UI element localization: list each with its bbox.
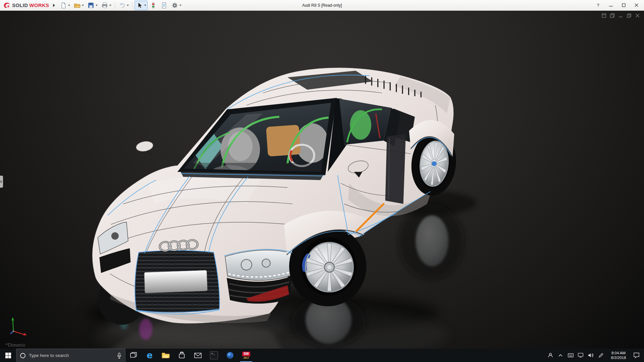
taskbar-app-edge[interactable]: e <box>142 349 158 362</box>
undo-icon <box>118 2 126 9</box>
dropdown-chevron-icon[interactable] <box>179 5 181 6</box>
tray-pen-button[interactable] <box>596 349 606 362</box>
options-button[interactable] <box>170 1 183 10</box>
rebuild-button[interactable] <box>148 1 158 10</box>
dropdown-chevron-icon[interactable] <box>109 5 111 6</box>
task-view-icon <box>130 352 137 359</box>
taskbar-app-blue[interactable] <box>222 349 238 362</box>
file-properties-button[interactable] <box>159 1 169 10</box>
select-tool-button[interactable] <box>135 1 148 10</box>
taskbar-app-store[interactable] <box>174 349 190 362</box>
tray-people-button[interactable] <box>545 349 555 362</box>
new-window-icon[interactable] <box>601 13 606 18</box>
graphics-viewport[interactable]: *Dimetric <box>0 11 644 349</box>
tray-overflow-button[interactable] <box>555 349 566 362</box>
taskbar-app-terminal[interactable]: >_ <box>206 349 222 362</box>
system-tray: 8:04 AM 8/2/2018 <box>545 349 644 362</box>
touch-keyboard-icon <box>568 353 574 357</box>
undo-button[interactable] <box>117 1 130 10</box>
search-input[interactable] <box>29 353 114 358</box>
start-button[interactable] <box>0 349 16 362</box>
action-center-icon <box>634 353 639 358</box>
volume-icon <box>588 353 593 358</box>
window-controls: ? <box>592 1 644 10</box>
maximize-button[interactable] <box>617 1 630 10</box>
doc-close-icon[interactable] <box>635 13 640 18</box>
tray-keyboard-button[interactable] <box>566 349 576 362</box>
open-button[interactable] <box>72 1 85 10</box>
tray-volume-button[interactable] <box>586 349 596 362</box>
edge-icon: e <box>147 350 153 360</box>
microphone-icon[interactable] <box>117 353 122 359</box>
3d-model-audi-r8[interactable] <box>0 11 644 349</box>
dassault-logo-icon <box>3 2 11 9</box>
maximize-icon <box>622 3 626 7</box>
new-document-icon <box>60 2 67 9</box>
help-button[interactable]: ? <box>592 1 604 10</box>
menu-expand-arrow[interactable] <box>53 4 55 7</box>
save-button[interactable] <box>86 1 99 10</box>
action-center-button[interactable] <box>631 349 641 362</box>
new-document-button[interactable] <box>58 1 71 10</box>
blue-app-icon <box>226 351 234 359</box>
document-window-controls <box>601 13 640 18</box>
chevron-up-icon <box>558 354 562 357</box>
dropdown-chevron-icon[interactable] <box>127 5 129 6</box>
brand-text-solid: SOLID <box>12 2 28 8</box>
doc-minimize-icon[interactable] <box>618 13 623 18</box>
pen-icon <box>598 353 603 358</box>
print-button[interactable] <box>100 1 113 10</box>
dropdown-chevron-icon[interactable] <box>144 5 146 6</box>
options-gear-icon <box>171 2 178 9</box>
terminal-icon: >_ <box>210 351 218 359</box>
clock-date: 8/2/2018 <box>606 355 631 360</box>
close-button[interactable] <box>630 1 643 10</box>
cortana-icon <box>20 353 26 359</box>
doc-restore-icon[interactable] <box>627 13 632 18</box>
taskbar-search[interactable] <box>16 349 125 362</box>
clock-time: 8:04 AM <box>606 351 631 355</box>
view-orientation-label: *Dimetric <box>5 342 26 348</box>
print-icon <box>101 2 108 9</box>
save-icon <box>87 2 95 9</box>
solidworks-window: SOLIDWORKS <box>0 0 644 362</box>
solidworks-2017-icon: SW 2017 <box>242 352 250 359</box>
toolbar-separator <box>115 2 115 9</box>
solidworks-logo: SOLIDWORKS <box>0 2 51 9</box>
dropdown-chevron-icon[interactable] <box>68 5 70 6</box>
display-icon <box>578 353 583 358</box>
toolbar-separator <box>132 2 132 9</box>
orientation-triad <box>8 316 30 337</box>
task-view-button[interactable] <box>125 349 142 362</box>
tray-display-button[interactable] <box>576 349 586 362</box>
quick-access-toolbar <box>58 1 183 10</box>
brand-text-works: WORKS <box>29 2 49 8</box>
taskbar: e >_ <box>0 349 644 362</box>
open-folder-icon <box>73 2 81 9</box>
taskbar-clock[interactable]: 8:04 AM 8/2/2018 <box>606 351 631 360</box>
file-explorer-icon <box>162 352 170 359</box>
store-bag-icon <box>178 352 185 359</box>
close-icon <box>635 3 638 7</box>
taskbar-app-solidworks[interactable]: SW 2017 <box>238 349 254 362</box>
taskbar-app-file-explorer[interactable] <box>158 349 174 362</box>
select-cursor-icon <box>136 2 143 9</box>
cascade-windows-icon[interactable] <box>610 13 615 18</box>
minimize-button[interactable] <box>604 1 617 10</box>
title-bar: SOLIDWORKS <box>0 0 644 11</box>
minimize-icon <box>609 3 613 7</box>
windows-logo-icon <box>5 353 11 358</box>
dropdown-chevron-icon[interactable] <box>96 5 98 6</box>
rebuild-stoplight-icon <box>150 2 157 9</box>
mail-envelope-icon <box>194 353 202 358</box>
file-properties-icon <box>160 2 168 9</box>
dropdown-chevron-icon[interactable] <box>82 5 84 6</box>
window-title: Audi R8 S [Read-only] <box>302 3 342 8</box>
people-icon <box>548 353 553 358</box>
taskbar-app-mail[interactable] <box>190 349 206 362</box>
